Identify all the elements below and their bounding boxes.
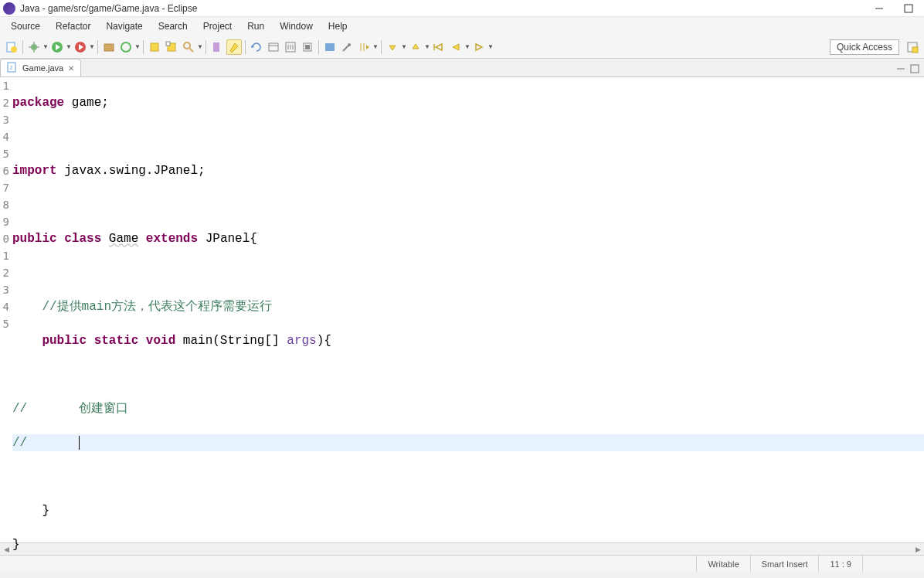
keyword: class <box>64 232 101 246</box>
svg-text:J: J <box>9 64 12 71</box>
debug-icon[interactable] <box>26 39 42 55</box>
editor-tab-game[interactable]: J Game.java ✕ <box>0 59 81 76</box>
debug-dropdown[interactable]: ▼ <box>42 43 49 50</box>
editor-tabbar: J Game.java ✕ <box>0 59 924 77</box>
separator <box>206 40 206 54</box>
scroll-left-icon[interactable]: ◀ <box>0 544 12 555</box>
svg-point-33 <box>348 43 351 46</box>
line-number: 3 <box>0 281 9 298</box>
svg-marker-39 <box>436 44 442 50</box>
maximize-view-icon[interactable] <box>910 64 921 75</box>
brace: } <box>12 504 49 518</box>
separator <box>381 40 382 54</box>
last-edit-icon[interactable] <box>431 39 447 55</box>
svg-point-18 <box>184 42 190 49</box>
separator <box>22 40 23 54</box>
svg-rect-20 <box>213 42 219 52</box>
text-cursor <box>79 436 80 450</box>
next-annotation-icon[interactable] <box>385 39 400 55</box>
keyword: static <box>94 334 139 348</box>
class-name: Game <box>109 232 138 246</box>
coverage-dropdown[interactable]: ▼ <box>89 43 95 50</box>
show-source-icon[interactable] <box>322 39 338 55</box>
forward-icon[interactable] <box>471 39 487 55</box>
svg-marker-37 <box>389 46 396 50</box>
refresh-icon[interactable] <box>249 39 264 55</box>
eclipse-icon <box>3 2 15 15</box>
pin-icon[interactable] <box>339 39 355 55</box>
back-icon[interactable] <box>448 39 464 55</box>
code-editor[interactable]: 1 2 3 4 5 6 7 8 9 0 1 2 3 4 5 package ga… <box>0 77 924 542</box>
quick-access-input[interactable]: Quick Access <box>830 39 899 55</box>
new-package-icon[interactable] <box>101 39 117 55</box>
svg-marker-38 <box>413 44 419 49</box>
toggle-mark-icon[interactable] <box>209 39 225 55</box>
svg-rect-30 <box>305 45 310 49</box>
keyword: extends <box>146 232 198 246</box>
svg-rect-13 <box>104 44 114 51</box>
svg-rect-31 <box>325 43 335 51</box>
editor-presentation-icon[interactable] <box>266 39 281 55</box>
svg-rect-48 <box>911 65 919 73</box>
separator <box>97 40 98 54</box>
step-icon[interactable] <box>356 39 372 55</box>
menubar: Source Refactor Navigate Search Project … <box>0 17 924 36</box>
java-file-icon: J <box>7 62 18 74</box>
line-number: 0 <box>0 230 9 247</box>
minimize-view-icon[interactable] <box>896 64 907 75</box>
svg-marker-42 <box>476 44 482 50</box>
open-task-icon[interactable] <box>164 39 179 55</box>
coverage-icon[interactable] <box>73 39 88 55</box>
keyword: public <box>12 232 57 246</box>
back-dropdown[interactable]: ▼ <box>464 43 470 50</box>
comment: //提供main方法，代表这个程序需要运行 <box>12 300 272 314</box>
block-selection-icon[interactable] <box>300 39 315 55</box>
next-annotation-dropdown[interactable]: ▼ <box>401 43 407 50</box>
svg-point-3 <box>11 46 17 53</box>
menu-navigate[interactable]: Navigate <box>98 19 150 34</box>
code-text: game; <box>64 96 109 110</box>
new-icon[interactable] <box>4 39 19 55</box>
menu-window[interactable]: Window <box>272 19 321 34</box>
run-icon[interactable] <box>49 39 65 55</box>
comment: 创建窗口 <box>27 402 128 416</box>
close-icon[interactable]: ✕ <box>68 64 74 73</box>
menu-source[interactable]: Source <box>3 19 48 34</box>
svg-marker-21 <box>230 43 238 53</box>
open-type-icon[interactable] <box>147 39 162 55</box>
code-area[interactable]: package game; import javax.swing.JPanel;… <box>9 77 924 542</box>
maximize-button[interactable] <box>901 3 916 14</box>
prev-annotation-icon[interactable] <box>408 39 423 55</box>
prev-annotation-dropdown[interactable]: ▼ <box>424 43 430 50</box>
show-whitespace-icon[interactable] <box>283 39 298 55</box>
keyword: import <box>12 164 57 178</box>
search-icon[interactable] <box>181 39 196 55</box>
new-class-icon[interactable] <box>118 39 134 55</box>
svg-line-19 <box>189 48 193 52</box>
comment-slash: // <box>12 436 27 450</box>
menu-search[interactable]: Search <box>151 19 195 34</box>
param: args <box>287 334 316 348</box>
menu-project[interactable]: Project <box>195 19 239 34</box>
step-dropdown[interactable]: ▼ <box>372 43 379 50</box>
line-number: 9 <box>0 213 9 230</box>
line-number: 8 <box>0 196 9 213</box>
menu-help[interactable]: Help <box>321 19 355 34</box>
new-class-dropdown[interactable]: ▼ <box>134 43 141 50</box>
line-number: 7 <box>0 179 9 196</box>
forward-dropdown[interactable]: ▼ <box>487 43 494 50</box>
line-number: 1 <box>0 77 9 94</box>
toggle-highlight-icon[interactable] <box>226 39 242 55</box>
search-dropdown[interactable]: ▼ <box>197 43 203 50</box>
minimize-button[interactable] <box>871 3 887 14</box>
code-text: javax.swing.JPanel; <box>57 164 206 178</box>
svg-marker-36 <box>366 45 369 49</box>
toolbar: ▼ ▼ ▼ ▼ ▼ ▼ ▼ ▼ ▼ ▼ Quick Access <box>0 36 924 59</box>
menu-run[interactable]: Run <box>239 19 272 34</box>
run-dropdown[interactable]: ▼ <box>66 43 72 50</box>
brace: } <box>12 538 20 552</box>
tab-filename: Game.java <box>22 63 63 73</box>
open-perspective-icon[interactable] <box>904 39 921 56</box>
svg-rect-44 <box>912 47 918 53</box>
menu-refactor[interactable]: Refactor <box>48 19 98 34</box>
